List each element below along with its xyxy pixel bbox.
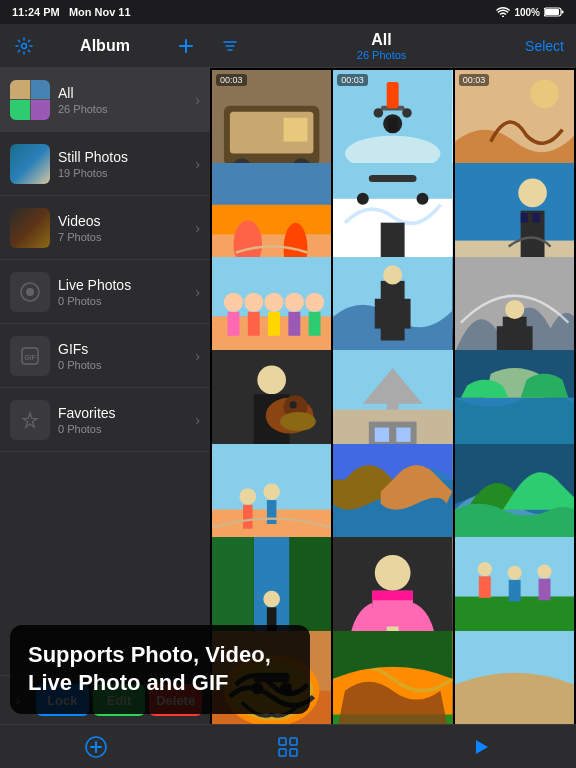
svg-point-31 xyxy=(357,193,369,205)
svg-point-54 xyxy=(383,265,402,284)
svg-point-50 xyxy=(305,293,324,312)
photo-duration-1: 00:03 xyxy=(216,74,247,86)
sidebar-title: Album xyxy=(38,37,172,55)
svg-point-46 xyxy=(265,293,284,312)
svg-rect-30 xyxy=(369,175,417,182)
tab-add[interactable] xyxy=(74,725,118,769)
svg-point-3 xyxy=(22,43,27,48)
svg-rect-51 xyxy=(309,312,321,336)
sidebar-thumb-all xyxy=(10,80,50,120)
main-header-left xyxy=(222,38,238,54)
svg-point-32 xyxy=(417,193,429,205)
main-title: All xyxy=(357,31,407,49)
svg-point-106 xyxy=(507,566,521,580)
sidebar-item-still-name: Still Photos xyxy=(58,149,195,165)
sidebar-item-gifs-count: 0 Photos xyxy=(58,359,195,371)
sidebar-thumb-still xyxy=(10,144,50,184)
svg-rect-2 xyxy=(562,11,564,14)
svg-rect-49 xyxy=(288,312,300,336)
svg-rect-75 xyxy=(375,428,389,442)
svg-point-84 xyxy=(263,483,280,500)
svg-point-98 xyxy=(375,555,411,591)
svg-rect-60 xyxy=(496,326,503,352)
sidebar-item-videos-arrow: › xyxy=(195,220,200,236)
photo-duration-2: 00:03 xyxy=(337,74,368,86)
tab-play[interactable] xyxy=(458,725,502,769)
svg-point-68 xyxy=(280,412,316,431)
main-content: All 26 Photos Select 00:03 00:03 xyxy=(210,24,576,724)
sidebar-item-all-name: All xyxy=(58,85,195,101)
sidebar-item-favorites-arrow: › xyxy=(195,412,200,428)
svg-point-5 xyxy=(26,288,34,296)
sidebar-thumb-videos xyxy=(10,208,50,248)
svg-point-59 xyxy=(505,300,524,319)
sidebar-item-favorites-count: 0 Photos xyxy=(58,423,195,435)
app-container: Album All xyxy=(0,24,576,724)
sidebar-item-still-arrow: › xyxy=(195,156,200,172)
tooltip-text: Supports Photo, Video,Live Photo and GIF xyxy=(28,641,292,698)
svg-rect-19 xyxy=(387,82,399,108)
svg-point-17 xyxy=(374,108,384,118)
status-bar: 11:24 PM Mon Nov 11 100% xyxy=(0,0,576,24)
sidebar-item-favorites[interactable]: Favorites 0 Photos › xyxy=(0,388,210,452)
svg-rect-56 xyxy=(404,299,411,329)
photo-duration-3: 00:03 xyxy=(459,74,490,86)
svg-rect-105 xyxy=(479,577,491,598)
svg-point-95 xyxy=(263,591,280,608)
svg-rect-85 xyxy=(267,500,277,524)
sidebar-items-list: All 26 Photos › Still Photos 19 Photos › xyxy=(0,68,210,675)
status-time-date: 11:24 PM Mon Nov 11 xyxy=(12,6,131,18)
sidebar-item-gifs[interactable]: GIF GIFs 0 Photos › xyxy=(0,324,210,388)
photo-cell-21[interactable] xyxy=(455,631,574,724)
svg-point-48 xyxy=(285,293,304,312)
select-button[interactable]: Select xyxy=(525,38,564,54)
sidebar-item-gifs-arrow: › xyxy=(195,348,200,364)
tooltip-overlay: Supports Photo, Video,Live Photo and GIF xyxy=(10,625,310,714)
sidebar-item-still-count: 19 Photos xyxy=(58,167,195,179)
sidebar-item-still[interactable]: Still Photos 19 Photos › xyxy=(0,132,210,196)
sidebar-item-all[interactable]: All 26 Photos › xyxy=(0,68,210,132)
svg-rect-45 xyxy=(248,312,260,336)
sidebar-header: Album xyxy=(0,24,210,68)
settings-icon[interactable] xyxy=(10,32,38,60)
battery-icon xyxy=(544,7,564,17)
sidebar-item-live[interactable]: Live Photos 0 Photos › xyxy=(0,260,210,324)
sort-icon[interactable] xyxy=(222,38,238,54)
sidebar-item-gifs-info: GIFs 0 Photos xyxy=(58,341,195,371)
sidebar-item-live-name: Live Photos xyxy=(58,277,195,293)
svg-rect-125 xyxy=(290,749,297,756)
wifi-icon xyxy=(496,7,510,17)
sidebar-thumb-live xyxy=(10,272,50,312)
svg-point-42 xyxy=(224,293,243,312)
svg-point-82 xyxy=(239,488,256,505)
svg-rect-1 xyxy=(545,9,559,15)
sidebar-item-live-arrow: › xyxy=(195,284,200,300)
svg-point-18 xyxy=(403,108,413,118)
svg-rect-43 xyxy=(228,312,240,336)
svg-point-23 xyxy=(530,80,559,109)
svg-rect-55 xyxy=(375,299,382,329)
add-album-icon[interactable] xyxy=(172,32,200,60)
sidebar: Album All xyxy=(0,24,210,724)
main-header-center: All 26 Photos xyxy=(357,31,407,61)
svg-rect-109 xyxy=(538,579,550,600)
svg-rect-122 xyxy=(279,738,286,745)
sidebar-item-gifs-name: GIFs xyxy=(58,341,195,357)
photo-cell-20[interactable] xyxy=(333,631,452,724)
sidebar-item-live-info: Live Photos 0 Photos xyxy=(58,277,195,307)
svg-rect-13 xyxy=(284,118,308,142)
sidebar-item-all-info: All 26 Photos xyxy=(58,85,195,115)
svg-point-104 xyxy=(477,562,491,576)
svg-rect-123 xyxy=(290,738,297,745)
status-indicators: 100% xyxy=(496,7,564,18)
sidebar-item-favorites-name: Favorites xyxy=(58,405,195,421)
svg-text:GIF: GIF xyxy=(24,354,36,361)
svg-rect-47 xyxy=(268,312,280,336)
tab-grid[interactable] xyxy=(266,725,310,769)
sidebar-item-all-count: 26 Photos xyxy=(58,103,195,115)
tab-bar xyxy=(0,724,576,768)
svg-rect-100 xyxy=(373,591,414,601)
sidebar-item-still-info: Still Photos 19 Photos xyxy=(58,149,195,179)
sidebar-thumb-favorites xyxy=(10,400,50,440)
sidebar-item-videos[interactable]: Videos 7 Photos › xyxy=(0,196,210,260)
